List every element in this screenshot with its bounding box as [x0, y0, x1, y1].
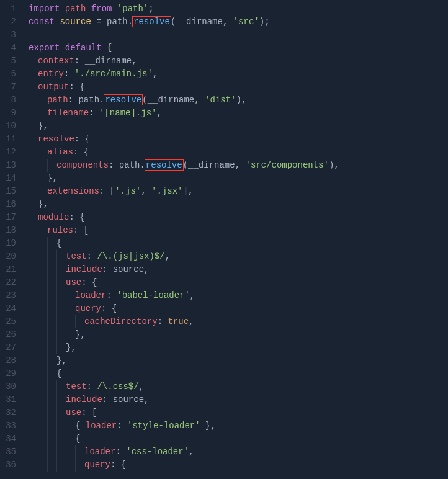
code-token: 'dist': [205, 95, 236, 105]
code-line[interactable]: cacheDirectory: true,: [29, 315, 448, 328]
code-line[interactable]: alias: {: [29, 146, 448, 159]
code-area[interactable]: import path from 'path';const source = p…: [22, 0, 448, 479]
code-line[interactable]: {: [29, 432, 448, 445]
indent-guide: [29, 133, 38, 146]
code-line[interactable]: loader: 'css-loader',: [29, 445, 448, 459]
indent-guide: [75, 459, 84, 472]
indent-guide: [56, 419, 66, 432]
code-line[interactable]: filename: '[name].js',: [29, 107, 448, 120]
code-line[interactable]: rules: [: [29, 224, 448, 237]
indent-guide: [29, 211, 38, 224]
indent-guide: [47, 393, 56, 406]
code-line[interactable]: import path from 'path';: [29, 2, 448, 16]
indent-guide: [56, 445, 66, 459]
code-token: query: [84, 460, 110, 470]
code-token: __dirname: [85, 56, 132, 66]
code-line[interactable]: },: [29, 198, 448, 211]
code-line[interactable]: use: {: [29, 276, 448, 289]
code-line[interactable]: const source = path.resolve(__dirname, '…: [29, 16, 448, 29]
code-line[interactable]: { loader: 'style-loader' },: [29, 419, 448, 432]
highlighted-token: resolve: [132, 16, 171, 27]
indent-guide: [29, 172, 38, 185]
code-token: ,: [144, 264, 149, 274]
code-token: query: [75, 303, 101, 313]
code-line[interactable]: [29, 29, 448, 42]
code-line[interactable]: module: {: [29, 211, 448, 224]
code-line[interactable]: use: [: [29, 406, 448, 419]
line-number: 34: [0, 432, 22, 445]
indent-guide: [56, 380, 66, 393]
code-line[interactable]: {: [29, 367, 448, 380]
code-token: __dirname: [176, 17, 223, 27]
code-line[interactable]: entry: './src/main.js',: [29, 68, 448, 81]
code-line[interactable]: test: /\.(js|jsx)$/,: [29, 250, 448, 263]
code-line[interactable]: },: [29, 328, 448, 341]
code-token: : {: [69, 212, 84, 222]
code-token: ,: [190, 290, 195, 300]
line-number: 31: [0, 393, 22, 406]
indent-guide: [29, 341, 38, 354]
code-line[interactable]: test: /\.css$/,: [29, 380, 448, 393]
indent-guide: [38, 289, 47, 302]
line-number: 32: [0, 406, 22, 419]
code-token: cacheDirectory: [84, 316, 158, 326]
code-token: ,: [141, 186, 151, 196]
code-line[interactable]: include: source,: [29, 393, 448, 406]
indent-guide: [29, 367, 38, 380]
code-token: (: [183, 160, 188, 170]
code-token: source: [60, 17, 96, 27]
code-line[interactable]: resolve: {: [29, 133, 448, 146]
line-number: 2: [0, 16, 22, 29]
code-line[interactable]: },: [29, 341, 448, 354]
line-number: 17: [0, 211, 22, 224]
code-line[interactable]: query: {: [29, 302, 448, 315]
indent-guide: [38, 185, 47, 198]
code-line[interactable]: query: {: [29, 459, 448, 472]
indent-guide: [38, 250, 47, 263]
indent-guide: [38, 419, 47, 432]
indent-guide: [38, 276, 47, 289]
indent-guide: [29, 237, 38, 250]
code-token: const: [29, 17, 60, 27]
code-token: use: [66, 408, 81, 418]
code-line[interactable]: },: [29, 120, 448, 133]
indent-guide: [29, 419, 38, 432]
code-token: ,: [223, 17, 233, 27]
code-token: true: [168, 316, 189, 326]
indent-guide: [47, 237, 56, 250]
code-editor[interactable]: 1234567891011121314151617181920212223242…: [0, 0, 448, 479]
code-line[interactable]: extensions: ['.js', '.jsx'],: [29, 185, 448, 198]
indent-guide: [38, 328, 47, 341]
code-line[interactable]: context: __dirname,: [29, 55, 448, 68]
indent-guide: [38, 224, 47, 237]
indent-guide: [29, 94, 38, 107]
line-number: 30: [0, 380, 22, 393]
code-token: ,: [235, 160, 246, 170]
code-token: :: [109, 160, 119, 170]
indent-guide: [29, 445, 38, 459]
code-line[interactable]: components: path.resolve(__dirname, 'src…: [29, 159, 448, 172]
code-token: ),: [329, 160, 339, 170]
indent-guide: [47, 354, 56, 367]
code-line[interactable]: include: source,: [29, 263, 448, 276]
indent-guide: [38, 237, 47, 250]
code-token: ;: [148, 4, 153, 14]
code-token: path: [78, 95, 99, 105]
code-line[interactable]: },: [29, 172, 448, 185]
code-token: ,: [156, 108, 161, 118]
code-token: use: [66, 277, 81, 287]
code-line[interactable]: {: [29, 237, 448, 250]
code-token: resolve: [38, 134, 74, 144]
code-line[interactable]: path: path.resolve(__dirname, 'dist'),: [29, 94, 448, 107]
indent-guide: [29, 250, 38, 263]
code-token: : {: [74, 134, 90, 144]
code-token: ,: [144, 395, 149, 405]
line-number: 10: [0, 120, 22, 133]
line-number: 16: [0, 198, 22, 211]
code-line[interactable]: output: {: [29, 81, 448, 94]
code-token: '[name].js': [99, 108, 156, 118]
code-line[interactable]: },: [29, 354, 448, 367]
code-line[interactable]: loader: 'babel-loader',: [29, 289, 448, 302]
code-token: loader: [84, 447, 115, 457]
code-line[interactable]: export default {: [29, 42, 448, 55]
